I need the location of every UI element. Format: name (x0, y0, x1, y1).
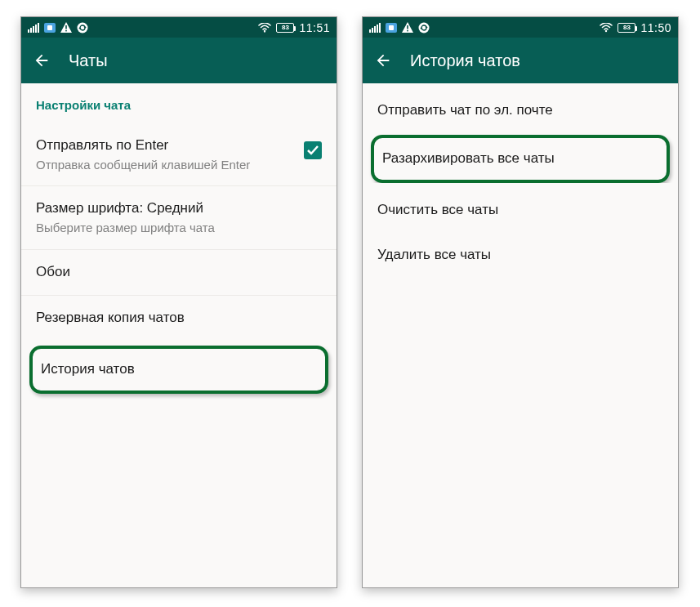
svg-rect-1 (65, 30, 67, 32)
item-title: Очистить все чаты (377, 201, 663, 220)
sync-icon (77, 22, 88, 33)
warning-icon (402, 22, 413, 33)
phone-right: 83 11:50 История чатов Отправить чат по … (362, 16, 679, 588)
app-notification-icon (44, 23, 56, 33)
checkbox-checked-icon[interactable] (304, 141, 322, 159)
signal-icon (28, 23, 39, 33)
signal-icon (369, 23, 381, 33)
back-arrow-icon[interactable] (33, 51, 51, 69)
phone-left: 83 11:51 Чаты Настройки чата Отправлять … (20, 16, 337, 588)
item-subtitle: Отправка сообщений клавишей Enter (36, 157, 294, 173)
action-email-chat[interactable]: Отправить чат по эл. почте (363, 83, 678, 133)
app-notification-icon (386, 23, 397, 33)
setting-send-on-enter[interactable]: Отправлять по Enter Отправка сообщений к… (21, 123, 337, 186)
setting-backup[interactable]: Резервная копия чатов (21, 296, 337, 341)
setting-font-size[interactable]: Размер шрифта: Средний Выберите размер ш… (21, 186, 337, 249)
wifi-icon (258, 23, 271, 33)
item-title: Резервная копия чатов (36, 309, 322, 328)
app-bar: История чатов (363, 38, 678, 83)
item-title: Отправить чат по эл. почте (377, 101, 663, 120)
battery-level: 83 (623, 24, 631, 31)
battery-icon: 83 (618, 23, 635, 33)
svg-point-6 (419, 22, 430, 33)
page-title: Чаты (69, 51, 108, 70)
history-list: Отправить чат по эл. почте Разархивирова… (363, 83, 678, 587)
svg-rect-4 (407, 25, 408, 29)
item-title: Разархивировать все чаты (382, 150, 658, 168)
clock: 11:50 (640, 21, 671, 34)
page-title: История чатов (410, 51, 520, 70)
item-title: Удалить все чаты (377, 246, 663, 265)
item-title: Обои (36, 263, 322, 282)
action-delete-all[interactable]: Удалить все чаты (363, 233, 678, 278)
item-subtitle: Выберите размер шрифта чата (36, 220, 322, 236)
section-header: Настройки чата (21, 83, 337, 123)
warning-icon (60, 22, 72, 33)
svg-rect-0 (65, 25, 67, 29)
status-bar: 83 11:51 (21, 17, 337, 38)
setting-wallpaper[interactable]: Обои (21, 250, 337, 296)
action-clear-all[interactable]: Очистить все чаты (363, 183, 678, 233)
status-bar: 83 11:50 (363, 17, 678, 38)
svg-rect-5 (407, 30, 408, 32)
action-unarchive-all-highlighted[interactable]: Разархивировать все чаты (371, 135, 670, 183)
wifi-icon (600, 23, 613, 33)
svg-point-3 (264, 29, 265, 31)
setting-chat-history-highlighted[interactable]: История чатов (29, 346, 328, 394)
item-title: История чатов (41, 360, 317, 379)
app-bar: Чаты (21, 38, 337, 83)
svg-point-2 (78, 22, 88, 33)
back-arrow-icon[interactable] (374, 51, 392, 69)
battery-level: 83 (282, 24, 289, 31)
sync-icon (418, 22, 430, 33)
item-title: Отправлять по Enter (36, 136, 294, 155)
item-title: Размер шрифта: Средний (36, 199, 322, 218)
clock: 11:51 (299, 21, 330, 34)
svg-point-7 (605, 29, 607, 31)
settings-list: Настройки чата Отправлять по Enter Отпра… (21, 83, 337, 587)
battery-icon: 83 (276, 23, 294, 33)
